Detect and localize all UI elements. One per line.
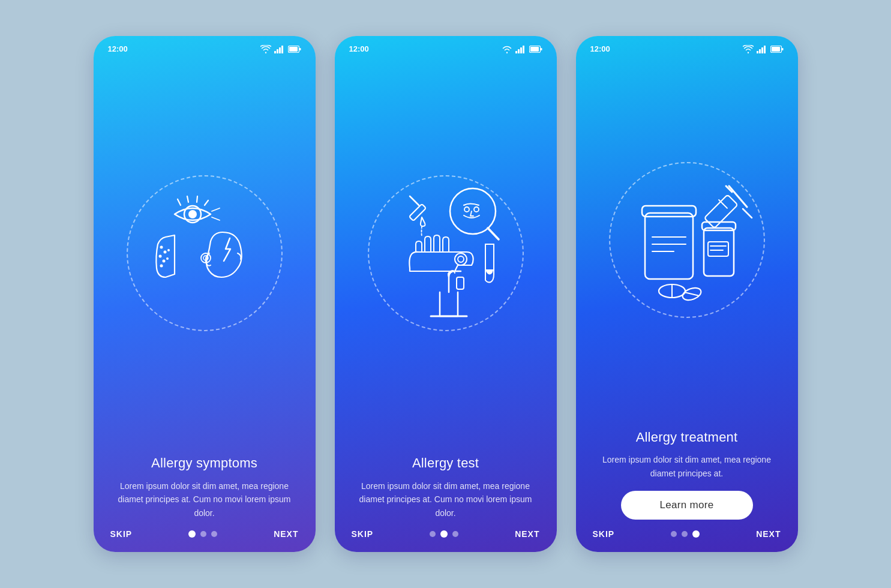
svg-rect-3 — [281, 46, 283, 53]
svg-point-13 — [160, 245, 163, 248]
svg-rect-54 — [704, 194, 737, 228]
svg-line-33 — [488, 228, 499, 239]
bottom-nav-1: SKIP NEXT — [94, 520, 316, 552]
svg-point-34 — [455, 253, 467, 265]
battery-icon-1 — [288, 46, 301, 53]
dots-3 — [671, 530, 700, 538]
dot-3-2 — [682, 531, 688, 537]
dots-1 — [188, 530, 217, 538]
next-button-1[interactable]: NEXT — [274, 529, 298, 539]
svg-rect-42 — [772, 47, 780, 52]
dot-1-1 — [188, 530, 196, 538]
skip-button-2[interactable]: SKIP — [352, 529, 374, 539]
phone-card-symptoms: 12:00 — [94, 36, 316, 552]
screen-title-2: Allergy test — [354, 455, 538, 472]
svg-rect-27 — [530, 47, 539, 52]
dot-2-2 — [440, 530, 448, 538]
bottom-nav-3: SKIP NEXT — [576, 520, 798, 552]
wifi-icon-2 — [502, 45, 512, 53]
svg-rect-29 — [409, 203, 425, 220]
svg-rect-45 — [642, 206, 696, 217]
dot-3-1 — [671, 531, 677, 537]
time-3: 12:00 — [590, 44, 610, 53]
dot-2-1 — [430, 531, 436, 537]
svg-point-16 — [162, 259, 165, 262]
svg-rect-39 — [761, 47, 763, 53]
svg-rect-2 — [279, 47, 281, 53]
phone-card-test: 12:00 — [335, 36, 557, 552]
svg-point-30 — [450, 188, 496, 234]
dot-1-2 — [200, 531, 206, 537]
svg-line-10 — [187, 196, 188, 202]
svg-line-56 — [743, 209, 752, 218]
screen-body-1: Lorem ipsum dolor sit dim amet, mea regi… — [113, 479, 296, 520]
content-area-1: Allergy symptoms Lorem ipsum dolor sit d… — [94, 449, 316, 520]
battery-icon-3 — [770, 46, 784, 53]
signal-icon-1 — [274, 45, 285, 53]
dots-2 — [430, 530, 458, 538]
svg-point-15 — [158, 254, 161, 257]
signal-icon-3 — [757, 45, 767, 53]
svg-rect-5 — [289, 47, 298, 52]
status-icons-1 — [260, 45, 301, 53]
svg-rect-44 — [645, 213, 693, 279]
symptoms-illustration — [121, 172, 289, 340]
treatment-illustration — [603, 159, 771, 327]
svg-rect-23 — [518, 49, 520, 53]
svg-rect-38 — [759, 49, 761, 53]
next-button-3[interactable]: NEXT — [756, 529, 781, 539]
content-area-2: Allergy test Lorem ipsum dolor sit dim a… — [335, 449, 557, 520]
skip-button-1[interactable]: SKIP — [110, 529, 133, 539]
wifi-icon-3 — [743, 45, 754, 53]
learn-more-button[interactable]: Learn more — [621, 491, 753, 520]
screen-title-1: Allergy symptoms — [113, 455, 296, 472]
bottom-nav-2: SKIP NEXT — [335, 520, 557, 552]
svg-line-12 — [205, 200, 208, 205]
icon-area-treatment — [576, 57, 798, 423]
time-1: 12:00 — [108, 44, 128, 53]
dot-3-3 — [692, 530, 700, 538]
status-bar-3: 12:00 — [576, 36, 798, 57]
svg-point-17 — [160, 264, 163, 267]
dot-2-3 — [452, 531, 458, 537]
status-bar-1: 12:00 — [94, 36, 316, 57]
svg-point-35 — [458, 256, 464, 262]
svg-point-8 — [188, 210, 197, 218]
svg-rect-28 — [541, 48, 542, 50]
svg-rect-37 — [757, 51, 758, 53]
icon-area-symptoms — [94, 57, 316, 449]
svg-rect-51 — [708, 242, 728, 256]
battery-icon-2 — [529, 46, 542, 53]
test-illustration — [362, 172, 530, 340]
svg-point-19 — [167, 249, 170, 251]
status-icons-3 — [743, 45, 784, 53]
icon-area-test — [335, 57, 557, 449]
phone-card-treatment: 12:00 — [576, 36, 798, 552]
svg-rect-43 — [782, 48, 784, 50]
svg-point-18 — [166, 257, 169, 260]
signal-icon-2 — [515, 45, 526, 53]
svg-rect-25 — [523, 46, 524, 53]
svg-rect-24 — [520, 47, 522, 53]
content-area-3: Allergy treatment Lorem ipsum dolor sit … — [576, 423, 798, 520]
wifi-icon-1 — [260, 45, 271, 53]
svg-rect-40 — [764, 46, 766, 53]
svg-rect-36 — [457, 277, 464, 289]
screen-body-3: Lorem ipsum dolor sit dim amet, mea regi… — [595, 453, 779, 480]
svg-rect-22 — [515, 51, 517, 53]
svg-line-58 — [723, 204, 727, 208]
svg-rect-0 — [274, 51, 276, 53]
svg-line-11 — [197, 196, 197, 202]
svg-point-31 — [464, 207, 469, 212]
screen-title-3: Allergy treatment — [595, 429, 779, 446]
svg-line-9 — [178, 199, 181, 205]
next-button-2[interactable]: NEXT — [515, 529, 539, 539]
screen-body-2: Lorem ipsum dolor sit dim amet, mea regi… — [354, 479, 538, 520]
svg-point-14 — [163, 250, 166, 253]
skip-button-3[interactable]: SKIP — [593, 529, 615, 539]
svg-rect-1 — [277, 49, 278, 53]
status-icons-2 — [502, 45, 542, 53]
time-2: 12:00 — [349, 44, 369, 53]
svg-point-32 — [474, 207, 479, 212]
status-bar-2: 12:00 — [335, 36, 557, 57]
